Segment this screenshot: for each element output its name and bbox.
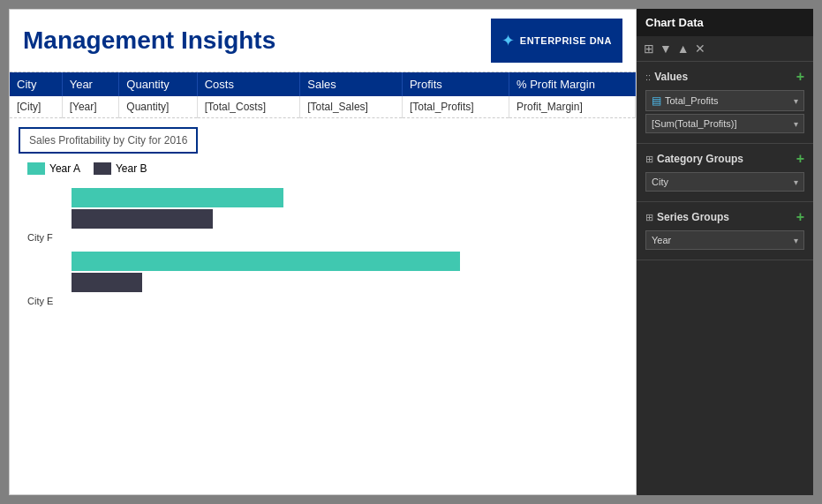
data-table-container: City Year Quantity Costs Sales Profits %… bbox=[10, 72, 636, 118]
category-section-header: ⊞ Category Groups + bbox=[645, 151, 804, 167]
city-e-bar-year-a bbox=[72, 252, 460, 271]
down-icon[interactable]: ▼ bbox=[660, 41, 672, 56]
logo-text: ENTERPRISE DNA bbox=[520, 35, 612, 46]
panel-toolbar: ⊞ ▼ ▲ ✕ bbox=[637, 36, 813, 62]
col-profits: Profits bbox=[402, 72, 509, 96]
series-grid-icon: ⊞ bbox=[645, 212, 653, 223]
series-dropdown-arrow[interactable]: ▾ bbox=[794, 236, 798, 245]
page-title: Management Insights bbox=[23, 26, 275, 55]
values-title: Values bbox=[654, 71, 688, 83]
series-section-header: ⊞ Series Groups + bbox=[645, 209, 804, 225]
right-panel: Chart Data ⊞ ▼ ▲ ✕ :: Values + ▤ Total_P… bbox=[637, 9, 813, 495]
city-f-name: City F bbox=[27, 232, 72, 243]
category-add-button[interactable]: + bbox=[796, 151, 804, 167]
close-icon[interactable]: ✕ bbox=[695, 41, 705, 56]
col-sales: Sales bbox=[300, 72, 403, 96]
city-f-bar-year-b bbox=[72, 209, 213, 229]
category-grid-icon: ⊞ bbox=[645, 154, 653, 165]
city-f-group bbox=[27, 188, 627, 229]
values-field-name[interactable]: ▤ Total_Profits ▾ bbox=[645, 90, 804, 111]
series-title: Series Groups bbox=[657, 211, 729, 223]
header: Management Insights ✦ ENTERPRISE DNA bbox=[10, 10, 636, 72]
chart-area: Sales Profitability by City for 2016 Yea… bbox=[10, 118, 636, 494]
values-expression-text: [Sum(Total_Profits)] bbox=[652, 118, 737, 129]
table-row: [City] [Year] Quantity] [Total_Costs] [T… bbox=[10, 96, 636, 118]
values-title-row: :: Values bbox=[645, 71, 688, 83]
chart-title: Sales Profitability by City for 2016 bbox=[19, 127, 198, 154]
values-expression-field[interactable]: [Sum(Total_Profits)] ▾ bbox=[645, 114, 804, 133]
series-add-button[interactable]: + bbox=[796, 209, 804, 225]
series-title-row: ⊞ Series Groups bbox=[645, 211, 729, 223]
city-e-label-row: City E bbox=[27, 296, 627, 306]
data-table: City Year Quantity Costs Sales Profits %… bbox=[10, 72, 636, 118]
cell-sales: [Total_Sales] bbox=[300, 96, 403, 118]
category-field-text: City bbox=[652, 177, 668, 187]
panel-header: Chart Data bbox=[637, 9, 813, 36]
values-add-button[interactable]: + bbox=[796, 69, 804, 85]
series-field[interactable]: Year ▾ bbox=[645, 230, 804, 250]
cell-year: [Year] bbox=[62, 96, 119, 118]
main-content: Management Insights ✦ ENTERPRISE DNA Cit… bbox=[9, 9, 637, 495]
cell-quantity: Quantity] bbox=[119, 96, 197, 118]
city-f-bar-year-a bbox=[72, 188, 283, 207]
category-dropdown-arrow[interactable]: ▾ bbox=[794, 177, 798, 187]
expression-dropdown-arrow[interactable]: ▾ bbox=[794, 119, 798, 129]
legend-color-year-b bbox=[94, 162, 111, 175]
values-field-text: Total_Profits bbox=[665, 95, 719, 106]
cell-city: [City] bbox=[10, 96, 62, 118]
city-e-group bbox=[27, 252, 627, 292]
col-city: City bbox=[10, 72, 62, 96]
city-f-bars bbox=[72, 188, 283, 229]
col-margin: % Profit Margin bbox=[509, 72, 636, 96]
logo-text-container: ENTERPRISE DNA bbox=[520, 35, 612, 46]
category-title: Category Groups bbox=[657, 153, 743, 165]
cell-margin: Profit_Margin] bbox=[509, 96, 636, 118]
category-field[interactable]: City ▾ bbox=[645, 172, 804, 192]
up-icon[interactable]: ▲ bbox=[677, 41, 690, 56]
city-e-name: City E bbox=[27, 296, 72, 306]
logo-icon: ✦ bbox=[501, 31, 515, 50]
grid-icon[interactable]: ⊞ bbox=[644, 41, 654, 56]
legend-label-year-b: Year B bbox=[116, 162, 147, 175]
chart-bars: City F City E bbox=[19, 188, 627, 306]
col-year: Year bbox=[62, 72, 119, 96]
values-section: :: Values + ▤ Total_Profits ▾ [Sum(Total… bbox=[637, 62, 813, 144]
category-section: ⊞ Category Groups + City ▾ bbox=[637, 144, 813, 202]
cell-profits: [Total_Profits] bbox=[402, 96, 509, 118]
chart-legend: Year A Year B bbox=[27, 162, 627, 175]
legend-label-year-a: Year A bbox=[49, 162, 80, 175]
field-name-row: ▤ Total_Profits bbox=[652, 94, 719, 107]
table-header-row: City Year Quantity Costs Sales Profits %… bbox=[10, 72, 636, 96]
values-icon: :: bbox=[645, 71, 651, 82]
city-e-bars bbox=[72, 252, 460, 292]
category-title-row: ⊞ Category Groups bbox=[645, 153, 743, 165]
col-quantity: Quantity bbox=[119, 72, 197, 96]
series-section: ⊞ Series Groups + Year ▾ bbox=[637, 202, 813, 260]
city-e-bar-year-b bbox=[72, 273, 142, 292]
series-field-text: Year bbox=[652, 235, 671, 245]
legend-year-b: Year B bbox=[94, 162, 147, 175]
table-icon: ▤ bbox=[652, 94, 661, 107]
city-f-label-row: City F bbox=[27, 232, 627, 243]
field-dropdown-arrow[interactable]: ▾ bbox=[794, 96, 798, 106]
legend-year-a: Year A bbox=[27, 162, 80, 175]
col-costs: Costs bbox=[197, 72, 300, 96]
values-section-header: :: Values + bbox=[645, 69, 804, 85]
logo-box: ✦ ENTERPRISE DNA bbox=[491, 19, 622, 63]
legend-color-year-a bbox=[27, 162, 45, 175]
cell-costs: [Total_Costs] bbox=[197, 96, 300, 118]
